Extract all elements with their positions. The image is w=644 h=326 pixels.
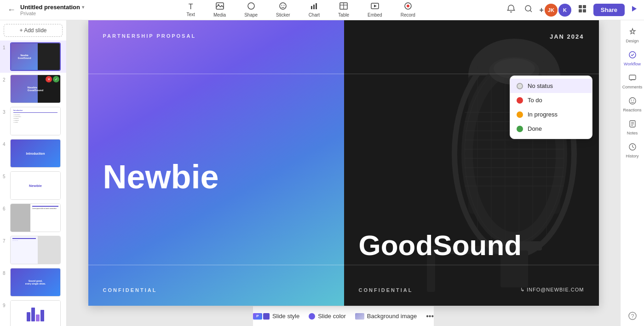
canvas-bottom-right-conf: CONFIDENTIAL (359, 287, 413, 293)
title-area: Untitled presentation ▾ Private (20, 4, 84, 16)
slide-number: 6 (3, 206, 8, 211)
presentation-title[interactable]: Untitled presentation ▾ (20, 4, 84, 11)
chart-tool-button[interactable]: Chart (305, 0, 323, 19)
slide-item[interactable]: 1 NewbieGoodSound (0, 41, 66, 73)
newbie-text: Newbie (103, 160, 219, 193)
record-tool-label: Record (401, 12, 415, 17)
slide-thumbnail: Sound good,every single show. (10, 268, 61, 297)
slide-item[interactable]: 6 Lorem ipsum dolor sit amet consectetur (0, 202, 66, 234)
slide-style-icon-p: P (253, 313, 262, 320)
dropdown-done[interactable]: Done (510, 122, 592, 136)
goodsound-area: GoodSound (359, 231, 592, 260)
slide-style-icons: P (253, 313, 270, 320)
topbar-right: + JK K Share (505, 2, 638, 17)
slide-item[interactable]: 3 Introduction • Introduction • Collabor… (0, 105, 66, 137)
media-tool-button[interactable]: Media (210, 0, 230, 19)
table-tool-button[interactable]: Table (334, 0, 353, 19)
canvas-bottom-left: CONFIDENTIAL (103, 287, 329, 293)
microphone-illustration (344, 20, 599, 306)
background-image-item[interactable]: Background image (355, 313, 417, 320)
notes-icon (628, 120, 637, 130)
slide-style-item[interactable]: P Slide style (253, 313, 299, 320)
media-icon (216, 2, 224, 12)
notes-panel-button[interactable]: Notes (621, 117, 644, 138)
slide-item[interactable]: 2 NewbieGoodSound ✕ ✓ (0, 73, 66, 105)
dropdown-todo[interactable]: To do (510, 93, 592, 107)
workflow-panel-button[interactable]: Workflow (621, 48, 644, 69)
svg-point-4 (282, 5, 282, 6)
dropdown-in-progress[interactable]: In progress (510, 107, 592, 122)
status-dot-todo (517, 97, 523, 104)
canvas-bottom-right: ↳ INFO@NEWBIE.COM (520, 287, 584, 293)
comments-label: Comments (622, 85, 643, 89)
embed-tool-button[interactable]: Embed (364, 0, 386, 19)
canvas-top-right: JAN 2024 (550, 33, 584, 40)
in-progress-label: In progress (528, 111, 558, 118)
svg-rect-7 (313, 5, 315, 9)
workflow-label: Workflow (624, 62, 641, 66)
canvas-top-left: PARTNERSHIP PROPOSAL (103, 33, 329, 39)
slide-style-icon-dot (263, 313, 270, 320)
text-tool-button[interactable]: T Text (183, 1, 199, 19)
svg-point-3 (280, 3, 286, 9)
confidential-right-label: CONFIDENTIAL (359, 287, 413, 293)
shape-tool-button[interactable]: Shape (241, 0, 261, 19)
search-button[interactable] (522, 2, 535, 17)
svg-line-17 (530, 11, 532, 12)
dropdown-no-status[interactable]: No status (510, 79, 592, 93)
slide-item[interactable]: 4 Introduction (0, 137, 66, 169)
background-image-preview (355, 313, 364, 320)
help-button[interactable]: ? (628, 311, 637, 322)
svg-text:?: ? (631, 313, 634, 320)
history-panel-button[interactable]: History (621, 140, 644, 161)
subtitle-label: Private (20, 11, 84, 16)
slide-item[interactable]: 8 Sound good,every single show. (0, 266, 66, 298)
svg-rect-8 (316, 3, 317, 9)
present-button[interactable] (629, 4, 638, 16)
slide-panel: + Add slide 1 NewbieGoodSound 2 NewbieGo… (0, 20, 67, 326)
back-button[interactable]: ← (6, 3, 17, 17)
shape-tool-label: Shape (244, 12, 258, 17)
slide-number: 3 (3, 110, 8, 115)
canvas-right: JAN 2024 GoodSound ↳ INFO@NEWBIE.COM CON… (344, 20, 599, 306)
svg-point-5 (284, 5, 285, 6)
shape-icon (247, 2, 255, 12)
slide-number: 1 (3, 45, 8, 50)
slide-item[interactable]: 5 Newbie (0, 169, 66, 202)
slide-thumbnail (10, 300, 61, 326)
embed-tool-label: Embed (368, 12, 382, 17)
history-label: History (626, 154, 638, 158)
svg-point-2 (248, 3, 254, 9)
add-slide-button[interactable]: + Add slide (4, 24, 63, 37)
slide-thumbnail: NewbieGoodSound ✕ ✓ (10, 75, 61, 103)
topbar-center: T Text Media Shape Sticker Chart (98, 0, 505, 19)
slide-item[interactable]: 7 ── ── ── (0, 234, 66, 266)
record-tool-button[interactable]: Record (397, 0, 419, 19)
topbar-left: ← Untitled presentation ▾ Private (6, 3, 98, 17)
background-image-label: Background image (367, 313, 417, 320)
comments-panel-button[interactable]: Comments (621, 71, 644, 92)
slide-color-item[interactable]: Slide color (309, 313, 346, 320)
text-tool-label: Text (187, 12, 195, 17)
divider-right-bottom (344, 265, 599, 265)
more-options-button[interactable]: ••• (426, 312, 434, 320)
slide-number: 5 (3, 174, 8, 179)
share-button[interactable]: Share (593, 4, 625, 16)
slide-color-label: Slide color (318, 313, 346, 320)
design-panel-button[interactable]: Design (621, 25, 644, 46)
grid-view-button[interactable] (576, 2, 589, 17)
svg-point-16 (525, 6, 531, 11)
canvas-area: PARTNERSHIP PROPOSAL Newbie CONFIDENTIAL (67, 20, 620, 326)
notification-button[interactable] (505, 2, 518, 17)
add-collaborator-button[interactable]: + (540, 6, 544, 14)
slide-item[interactable]: 9 (0, 298, 66, 326)
title-label: Untitled presentation (20, 4, 80, 11)
svg-rect-6 (311, 6, 312, 9)
text-icon: T (189, 3, 193, 11)
reactions-panel-button[interactable]: Reactions (621, 94, 644, 115)
slide-thumbnail: Introduction • Introduction • Collaborat… (10, 107, 61, 135)
slide-thumbnail: NewbieGoodSound (10, 42, 61, 71)
right-panel: Design Workflow Comments Reactions Notes (620, 20, 644, 326)
svg-marker-22 (632, 6, 637, 12)
sticker-tool-button[interactable]: Sticker (272, 0, 294, 19)
